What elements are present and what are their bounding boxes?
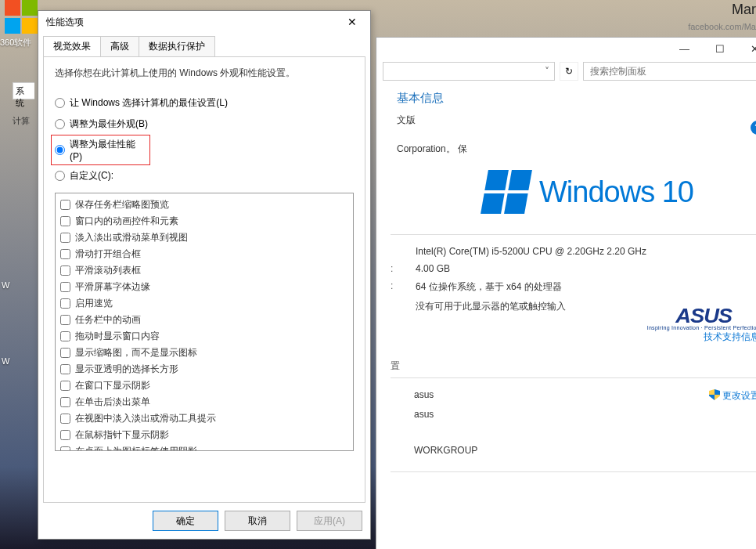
cp-change-settings-link[interactable]: 更改设置 [722,390,756,401]
tab-advanced[interactable]: 高级 [100,36,139,56]
radio-input-custom[interactable] [55,171,65,181]
pd-button-row: 确定 取消 应用(A) [153,511,362,531]
cp-support-link[interactable]: 技术支持信息 [704,331,756,342]
check-label: 启用速览 [75,297,113,310]
desktop-label-w2: W [2,356,9,366]
check-label: 在桌面上为图标标签使用阴影 [75,445,197,451]
check-label: 在单击后淡出菜单 [75,395,150,409]
cp-body: 基本信息 文版 Corporation。 保 Windows 10 Intel(… [376,83,756,472]
check-input-12[interactable] [60,397,70,407]
check-input-2[interactable] [60,233,70,243]
check-label: 在鼠标指针下显示阴影 [75,428,169,442]
radio-label: 调整为最佳性能(P) [70,138,146,162]
radio-input-let-windows[interactable] [55,98,65,108]
bg-tab-label[interactable]: 系统 [13,82,34,99]
control-panel-window: — ☐ ✕ ˅ ↻ ? 基本信息 文版 Corporation。 保 Windo… [376,37,756,549]
check-label: 在视图中淡入淡出或滑动工具提示 [75,412,216,425]
cp-cpu-value: Intel(R) Core(TM) i5-5200U CPU @ 2.20GHz… [416,246,756,257]
cp-address-bar: ˅ ↻ [376,60,756,83]
highlight-box: 调整为最佳性能(P) [51,135,150,165]
check-label: 平滑滚动列表框 [75,264,141,277]
cp-sect-tail: 置 [391,360,400,371]
cp-full-name: asus [391,409,756,420]
check-input-6[interactable] [60,298,70,309]
check-row-3[interactable]: 滑动打开组合框 [60,246,348,262]
check-row-4[interactable]: 平滑滚动列表框 [60,262,348,279]
radio-best-performance[interactable]: 调整为最佳性能(P) [55,138,146,162]
check-row-8[interactable]: 拖动时显示窗口内容 [60,328,348,345]
check-input-0[interactable] [60,200,70,210]
check-row-5[interactable]: 平滑屏幕字体边缘 [60,279,348,295]
windows-logo-icon [481,170,532,214]
check-row-0[interactable]: 保存任务栏缩略图预览 [60,197,348,213]
check-row-6[interactable]: 启用速览 [60,295,348,312]
cp-refresh-button[interactable]: ↻ [560,62,578,81]
check-input-15[interactable] [60,446,70,451]
shield-icon [709,389,720,400]
check-label: 拖动时显示窗口内容 [75,330,160,343]
pd-titlebar[interactable]: 性能选项 ✕ [38,11,370,33]
corner-title: Mar [732,2,756,18]
check-input-11[interactable] [60,381,70,391]
desktop-icon-windows[interactable] [5,0,42,34]
pd-close-button[interactable]: ✕ [337,13,367,31]
cp-titlebar[interactable]: — ☐ ✕ [376,38,756,60]
check-row-11[interactable]: 在窗口下显示阴影 [60,377,348,394]
check-input-13[interactable] [60,414,70,424]
cp-close-button[interactable]: ✕ [737,38,756,59]
check-label: 显示缩略图，而不是显示图标 [75,346,197,359]
check-row-15[interactable]: 在桌面上为图标标签使用阴影 [60,443,348,451]
asus-logo: ASUS Inspiring Innovation · Persistent P… [647,304,756,330]
check-row-7[interactable]: 任务栏中的动画 [60,312,348,328]
win-logo-icon [5,0,39,34]
ok-button[interactable]: 确定 [153,511,218,531]
performance-options-dialog: 性能选项 ✕ 视觉效果 高级 数据执行保护 选择你想在此计算机上使用的 Wind… [38,10,371,540]
check-input-5[interactable] [60,282,70,292]
bg-tab-label2: 计算 [13,115,30,127]
radio-input-best-performance[interactable] [55,145,65,155]
cp-search-box[interactable] [583,62,756,81]
cp-path-box[interactable]: ˅ [383,62,555,81]
radio-custom[interactable]: 自定义(C): [55,165,354,186]
pd-description: 选择你想在此计算机上使用的 Windows 外观和性能设置。 [55,67,354,80]
radio-input-best-appearance[interactable] [55,119,65,129]
check-input-1[interactable] [60,216,70,226]
check-input-10[interactable] [60,364,70,374]
radio-label: 让 Windows 选择计算机的最佳设置(L) [70,96,228,110]
check-label: 保存任务栏缩略图预览 [75,198,169,211]
apply-button[interactable]: 应用(A) [297,511,362,531]
pd-tab-content: 选择你想在此计算机上使用的 Windows 外观和性能设置。 让 Windows… [43,56,365,503]
check-row-13[interactable]: 在视图中淡入淡出或滑动工具提示 [60,410,348,427]
check-row-9[interactable]: 显示缩略图，而不是显示图标 [60,345,348,361]
check-row-2[interactable]: 淡入淡出或滑动菜单到视图 [60,229,348,246]
cp-workgroup: WORKGROUP [391,445,756,456]
radio-best-appearance[interactable]: 调整为最佳外观(B) [55,114,354,135]
cp-maximize-button[interactable]: ☐ [702,38,737,59]
check-input-3[interactable] [60,249,70,259]
cp-heading: 基本信息 [391,83,756,114]
tab-dep[interactable]: 数据执行保护 [139,36,215,56]
radio-let-windows[interactable]: 让 Windows 选择计算机的最佳设置(L) [55,92,354,114]
check-label: 淡入淡出或滑动菜单到视图 [75,231,188,244]
cancel-button[interactable]: 取消 [225,511,290,531]
cp-copy-1: Corporation。 [397,143,455,154]
check-label: 平滑屏幕字体边缘 [75,280,150,294]
check-input-9[interactable] [60,348,70,358]
check-input-7[interactable] [60,315,70,325]
tab-visual-effects[interactable]: 视觉效果 [43,36,101,56]
check-input-4[interactable] [60,265,70,276]
pd-checkbox-list[interactable]: 保存任务栏缩略图预览窗口内的动画控件和元素淡入淡出或滑动菜单到视图滑动打开组合框… [55,193,354,451]
check-row-1[interactable]: 窗口内的动画控件和元素 [60,213,348,229]
check-label: 在窗口下显示阴影 [75,379,150,392]
cp-minimize-button[interactable]: — [667,38,702,59]
windows10-text: Windows 10 [539,175,693,209]
pd-tabstrip: 视觉效果 高级 数据执行保护 [43,36,365,56]
check-row-10[interactable]: 显示亚透明的选择长方形 [60,361,348,377]
check-input-8[interactable] [60,331,70,341]
corner-sub: facebook.com/Ma [688,22,756,31]
cp-search-input[interactable] [589,65,756,78]
desktop-label-360: 360软件 [0,37,31,49]
check-row-12[interactable]: 在单击后淡出菜单 [60,394,348,410]
check-row-14[interactable]: 在鼠标指针下显示阴影 [60,427,348,443]
check-input-14[interactable] [60,430,70,440]
